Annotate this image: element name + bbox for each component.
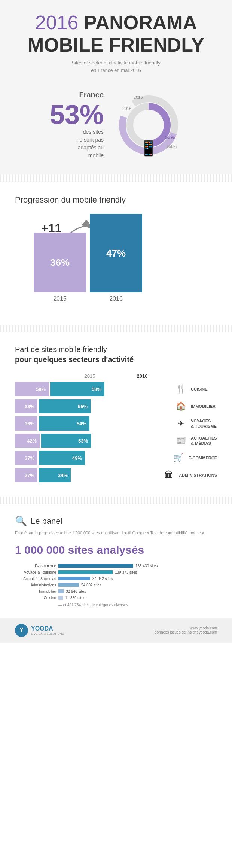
bars-group-immobilier: 33% 55% (15, 399, 171, 413)
bar-2015-voyages: 36% (15, 416, 37, 431)
donut-2015-label: 2015 (134, 95, 143, 100)
bar-2016-ecommerce: 49% (39, 451, 85, 465)
mini-label-cuisine: Cuisine (15, 596, 56, 600)
bars-group-actualites: 42% 53% (15, 434, 171, 448)
progression-chart: +11 36% 2015 47% (15, 216, 217, 313)
header-year: 2016 (35, 12, 79, 33)
bars-group-cuisine: 58% 58% (15, 382, 171, 396)
immobilier-icon: 🏠 (174, 399, 188, 413)
immobilier-label: IMMOBILIER (191, 404, 217, 409)
france-percent: 53% (50, 101, 104, 128)
sector-actualites: 42% 53% 📰 ACTUALITÉS& MÉDIAS (15, 434, 217, 448)
mini-bar-admin: Administrations 54 607 sites (15, 583, 217, 587)
mini-bar-voyage-bar (58, 570, 113, 574)
mini-count-immo: 32 946 sites (66, 589, 86, 594)
search-icon: 🔍 (15, 515, 27, 527)
divider-2 (0, 325, 232, 332)
donut-2016-label: 2016 (122, 106, 131, 111)
cuisine-icon: 🍴 (174, 382, 188, 396)
bar-2016: 47% (90, 214, 142, 292)
actualites-icon: 📰 (174, 434, 188, 448)
france-label: France (50, 91, 104, 99)
header: 2016 PANORAMAMOBILE FRIENDLY Sites et se… (0, 0, 232, 83)
progression-bars: 36% 2015 47% 2016 (34, 214, 142, 302)
header-subtitle: Sites et secteurs d'activité mobile frie… (15, 59, 217, 74)
secteurs-title: Part de sites mobile friendly (15, 345, 217, 354)
donut-64-label: 64% (167, 144, 177, 149)
mini-bar-actu-bar (58, 577, 90, 580)
col-2016-header: 2016 (112, 373, 172, 379)
sector-ecommerce: 37% 49% 🛒 E-COMMERCE (15, 451, 217, 465)
bar-2016-wrapper: 47% 2016 (90, 214, 142, 302)
mini-label-voyage: Voyage & Tourisme (15, 570, 56, 574)
mini-label-ecommerce: E-commerce (15, 564, 56, 568)
progression-title: Progression du mobile friendly (15, 195, 217, 205)
secteurs-subtitle: pour quelques secteurs d'activité (15, 355, 217, 364)
bar-2015-administrations: 27% (15, 468, 37, 482)
mini-note: — et 491 734 sites de catégories diverse… (15, 603, 217, 607)
col-2015-header: 2015 (67, 373, 112, 379)
sector-voyages: 36% 54% ✈ VOYAGES& TOURISME (15, 416, 217, 431)
bars-group-ecommerce: 37% 49% (15, 451, 168, 465)
chart-header: 2015 2016 (15, 373, 217, 379)
bar-2015-ecommerce: 37% (15, 451, 37, 465)
mini-count-voyage: 139 373 sites (115, 570, 137, 574)
mini-bar-immo: Immobilier 32 946 sites (15, 589, 217, 594)
sector-cuisine: 58% 58% 🍴 CUISINE (15, 382, 217, 396)
france-desc: des sites ne sont pas adaptés au mobile (50, 128, 104, 160)
million-label: 1 000 000 sites analysés (15, 544, 217, 556)
mini-bar-immo-bar (58, 589, 64, 593)
footer-urls: www.yooda.com données issues de insight.… (155, 626, 217, 634)
mini-bar-ecommerce: E-commerce 185 430 sites (15, 564, 217, 568)
footer-logo-sub: LIVE DATA SOLUTIONS (31, 632, 64, 635)
panel-section: 🔍 Le panel Étudié sur la page d'accueil … (0, 504, 232, 618)
voyages-icon: ✈ (174, 416, 188, 431)
progression-section: Progression du mobile friendly +11 36% 2… (0, 182, 232, 325)
donut-53-label: 53% (165, 134, 175, 140)
footer-logo-text: YOODA (31, 625, 64, 632)
bar-2016-administrations: 34% (39, 468, 71, 482)
bar-2016-cuisine: 58% (50, 382, 104, 396)
yooda-icon: Y (15, 624, 28, 637)
sector-administrations: 27% 34% 🏛 ADMINISTRATIONS (15, 468, 217, 482)
year-2015-label: 2015 (53, 295, 67, 302)
bar-2016-immobilier: 55% (39, 399, 91, 413)
mini-label-admin: Administrations (15, 583, 56, 587)
footer: Y YOODA LIVE DATA SOLUTIONS www.yooda.co… (0, 618, 232, 643)
france-section: France 53% des sites ne sont pas adaptés… (0, 83, 232, 174)
bar-2015-wrapper: 36% 2015 (34, 233, 86, 302)
footer-url1: www.yooda.com (155, 626, 217, 630)
bar-2015-cuisine: 58% (15, 382, 49, 396)
mini-label-immo: Immobilier (15, 589, 56, 594)
sector-immobilier: 33% 55% 🏠 IMMOBILIER (15, 399, 217, 413)
cuisine-label: CUISINE (191, 386, 217, 392)
mini-bar-ecom (58, 564, 133, 568)
bar-2015-actualites: 42% (15, 434, 40, 448)
france-text: France 53% des sites ne sont pas adaptés… (50, 91, 104, 160)
mini-count-actualites: 84 042 sites (92, 577, 113, 581)
mini-count-cuisine: 11 859 sites (65, 596, 85, 600)
mini-count-ecommerce: 185 430 sites (135, 564, 158, 568)
bars-group-voyages: 36% 54% (15, 416, 171, 431)
bar-2015-immobilier: 33% (15, 399, 37, 413)
actualites-label: ACTUALITÉS& MÉDIAS (191, 435, 217, 446)
mini-label-actualites: Actualités & médias (15, 577, 56, 581)
panel-title: 🔍 Le panel (15, 515, 217, 527)
footer-logo: Y YOODA LIVE DATA SOLUTIONS (15, 624, 64, 637)
administrations-icon: 🏛 (162, 468, 176, 482)
divider-3 (0, 497, 232, 504)
panel-desc: Étudié sur la page d'accueil de 1 000 00… (15, 530, 217, 536)
year-2016-label: 2016 (109, 295, 123, 302)
ecommerce-icon: 🛒 (171, 451, 186, 465)
mini-bar-cuisine-row: Cuisine 11 859 sites (15, 596, 217, 600)
mini-bar-actualites: Actualités & médias 84 042 sites (15, 577, 217, 581)
donut-chart: 📱 2015 2016 53% 64% (115, 91, 182, 159)
mini-count-admin: 54 607 sites (81, 583, 101, 587)
footer-url2: données issues de insight.yooda.com (155, 630, 217, 634)
voyages-label: VOYAGES& TOURISME (191, 418, 217, 429)
administrations-label: ADMINISTRATIONS (179, 473, 217, 478)
bar-2016-actualites: 53% (41, 434, 91, 448)
bar-2015: 36% (34, 233, 86, 292)
donut-labels: 2015 2016 53% 64% (115, 91, 182, 159)
mini-bar-admin-bar (58, 583, 79, 587)
